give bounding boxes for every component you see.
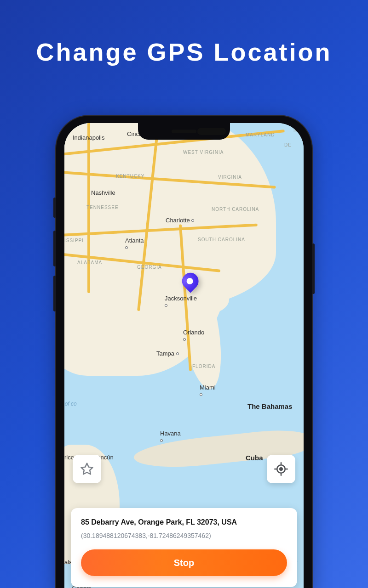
- locate-icon: [274, 462, 288, 476]
- map-label-alabama: ALABAMA: [77, 260, 102, 265]
- map-label-tampa: Tampa: [156, 350, 179, 357]
- map-label-west-virginia: WEST VIRGINIA: [183, 150, 224, 155]
- favorite-button[interactable]: [73, 455, 101, 483]
- map-label-tennessee: TENNESSEE: [86, 205, 119, 210]
- map-label-indianapolis: Indianapolis: [73, 134, 104, 141]
- location-pin-icon[interactable]: [182, 273, 201, 291]
- location-coordinates: (30.189488120674383,-81.72486249357462): [81, 532, 287, 539]
- map-label-de: DE: [284, 142, 292, 147]
- recenter-button[interactable]: [267, 455, 295, 483]
- location-address: 85 Debarry Ave, Orange Park, FL 32073, U…: [81, 518, 287, 526]
- map-label-mississippi: ISSIPPI: [64, 238, 84, 243]
- page-headline: Change GPS Location: [0, 0, 368, 66]
- star-icon: [80, 462, 94, 476]
- phone-frame: Indianapolis Cincinnati MARYLAND NJ DE W…: [56, 116, 312, 588]
- phone-notch: [138, 123, 230, 140]
- stop-button[interactable]: Stop: [81, 549, 287, 576]
- map-label-havana: Havana: [160, 430, 181, 444]
- map-label-maryland: MARYLAND: [246, 132, 275, 137]
- map-label-north-carolina: NORTH CAROLINA: [212, 207, 259, 212]
- map-label-gulf: f of co: [64, 401, 77, 407]
- map-label-miami: Miami: [200, 384, 216, 398]
- map-label-atlanta: Atlanta: [125, 237, 144, 251]
- phone-mute-switch: [53, 198, 56, 218]
- phone-volume-down: [53, 276, 56, 311]
- svg-marker-0: [81, 464, 93, 475]
- map-label-south-carolina: SOUTH CAROLINA: [198, 237, 245, 242]
- map-label-nj: NJ: [293, 128, 300, 133]
- map-label-virginia: VIRGINIA: [218, 175, 242, 180]
- phone-volume-up: [53, 231, 56, 266]
- map-label-bahamas: The Bahamas: [247, 402, 293, 410]
- map-label-orlando: Orlando: [183, 329, 204, 343]
- map-label-georgia: GEORGIA: [137, 265, 162, 270]
- map-label-nashville: Nashville: [91, 189, 115, 196]
- map-label-kentucky: KENTUCKY: [116, 174, 144, 179]
- map-label-charlotte: Charlotte: [166, 217, 194, 224]
- svg-point-2: [280, 468, 282, 470]
- phone-power-button: [312, 243, 315, 294]
- location-card: 85 Debarry Ave, Orange Park, FL 32073, U…: [71, 508, 297, 587]
- phone-screen: Indianapolis Cincinnati MARYLAND NJ DE W…: [64, 123, 304, 588]
- map-label-cuba: Cuba: [246, 454, 263, 462]
- map-label-jacksonville: Jacksonville: [165, 295, 197, 309]
- map-label-florida: FLORIDA: [192, 364, 215, 369]
